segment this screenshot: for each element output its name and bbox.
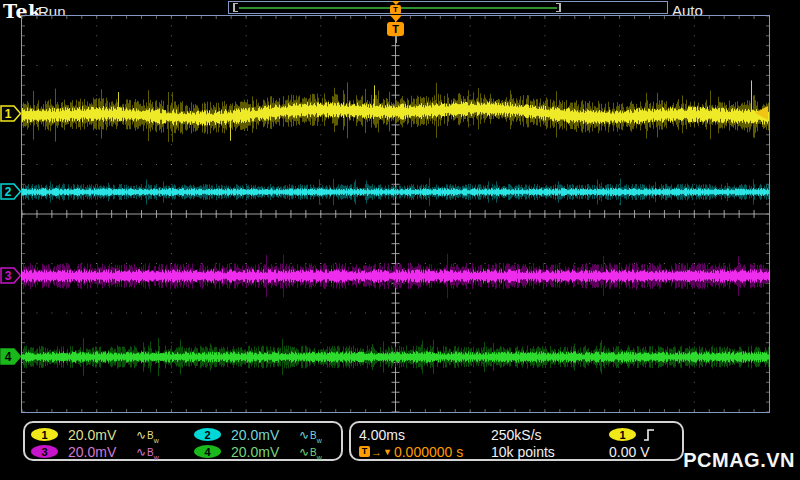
graticule xyxy=(21,15,770,413)
coupling-icon: ∿ xyxy=(136,428,146,442)
svg-text:3: 3 xyxy=(5,269,12,283)
trigger-position-readout[interactable]: T → ▼ 0.000000 s xyxy=(359,443,491,460)
trigger-t-icon: T xyxy=(359,446,370,457)
bandwidth-icon: Bw xyxy=(146,426,159,444)
bandwidth-icon: Bw xyxy=(309,426,322,444)
channel1-position-marker[interactable]: 1 xyxy=(0,105,22,122)
trigger-position-stem xyxy=(395,36,397,43)
channel1-readout[interactable]: 1 20.0mV ∿ Bw xyxy=(31,426,194,443)
channel4-readout[interactable]: 4 20.0mV ∿ Bw xyxy=(194,443,341,460)
coupling-icon: ∿ xyxy=(299,445,309,459)
channel2-badge: 2 xyxy=(194,428,221,441)
trigger-source-badge: 1 xyxy=(609,428,636,441)
svg-text:2: 2 xyxy=(5,185,12,199)
channel4-position-marker[interactable]: 4 xyxy=(0,348,22,365)
coupling-icon: ∿ xyxy=(136,445,146,459)
trigger-t-icon: T xyxy=(390,5,401,14)
channel1-badge: 1 xyxy=(31,428,58,441)
waveform-canvas xyxy=(22,16,769,412)
trigger-position-marker[interactable]: T xyxy=(387,15,404,43)
channel1-scale: 20.0mV xyxy=(68,427,130,443)
trigger-position-value: 0.000000 s xyxy=(394,444,463,460)
trigger-arrow-icon xyxy=(390,15,402,22)
record-view-bar[interactable]: T xyxy=(228,1,668,14)
channel2-position-marker[interactable]: 2 xyxy=(0,183,22,200)
trigger-level-value[interactable]: 0.00 V xyxy=(609,443,682,460)
channel3-scale: 20.0mV xyxy=(68,444,130,460)
record-window-right-bracket xyxy=(556,3,561,12)
channel2-readout[interactable]: 2 20.0mV ∿ Bw xyxy=(194,426,341,443)
horizontal-trigger-readout-box: 4.00ms 250kS/s 1 T → ▼ 0.000000 s 10k po… xyxy=(349,421,684,461)
record-trigger-marker[interactable]: T xyxy=(389,1,402,14)
channel3-badge: 3 xyxy=(31,445,58,458)
rising-edge-icon xyxy=(643,428,655,442)
arrow-right-icon: → xyxy=(371,446,382,458)
channel4-scale: 20.0mV xyxy=(231,444,293,460)
watermark: PCMAG.VN xyxy=(683,449,795,472)
svg-text:1: 1 xyxy=(5,107,12,121)
channel2-scale: 20.0mV xyxy=(231,427,293,443)
svg-text:4: 4 xyxy=(5,350,12,364)
sample-rate: 250kS/s xyxy=(491,426,609,443)
coupling-icon: ∿ xyxy=(299,428,309,442)
bandwidth-icon: Bw xyxy=(309,443,322,461)
record-length: 10k points xyxy=(491,443,609,460)
trigger-source-readout[interactable]: 1 xyxy=(609,426,682,443)
channel4-badge: 4 xyxy=(194,445,221,458)
trigger-t-icon: T xyxy=(387,22,404,36)
channel3-readout[interactable]: 3 20.0mV ∿ Bw xyxy=(31,443,194,460)
horizontal-scale[interactable]: 4.00ms xyxy=(359,426,491,443)
bandwidth-icon: Bw xyxy=(146,443,159,461)
triangle-down-icon: ▼ xyxy=(383,447,392,457)
channel3-position-marker[interactable]: 3 xyxy=(0,267,22,284)
trigger-level-arrow[interactable] xyxy=(755,106,768,120)
record-window-left-bracket xyxy=(233,3,238,12)
oscilloscope-screen: Tek Run Auto T T 1 2 3 4 xyxy=(0,0,800,480)
channel-readout-box: 1 20.0mV ∿ Bw 2 20.0mV ∿ Bw 3 20.0mV ∿ B… xyxy=(23,421,343,461)
